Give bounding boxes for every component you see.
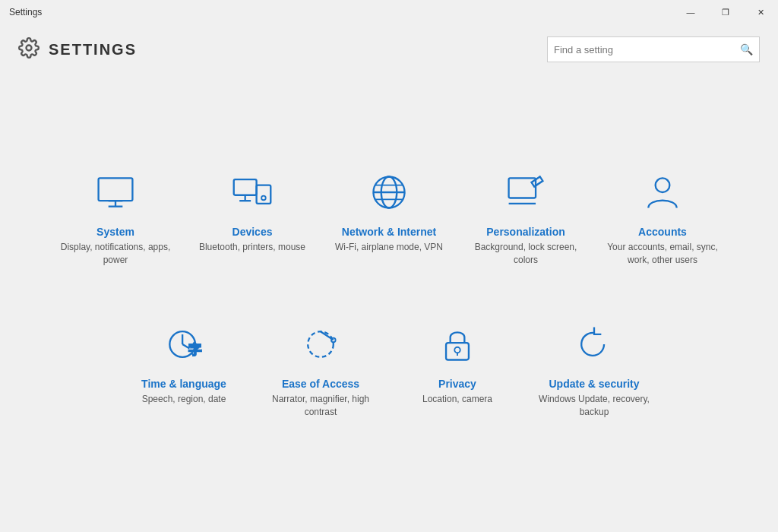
titlebar-title: Settings	[9, 7, 42, 17]
network-name: Network & Internet	[342, 226, 436, 238]
network-icon	[365, 168, 413, 217]
svg-point-22	[308, 331, 334, 357]
settings-row-0: SystemDisplay, notifications, apps, powe…	[46, 153, 732, 282]
svg-rect-25	[446, 343, 469, 359]
search-input[interactable]	[554, 44, 740, 55]
close-button[interactable]: ✕	[743, 0, 778, 24]
settings-item-personalization[interactable]: PersonalizationBackground, lock screen, …	[457, 153, 594, 282]
settings-item-devices[interactable]: DevicesBluetooth, printers, mouse	[184, 153, 321, 282]
ease-icon	[296, 320, 345, 369]
privacy-desc: Location, camera	[422, 393, 492, 406]
ease-desc: Narrator, magnifier, high contrast	[260, 393, 381, 419]
system-name: System	[96, 226, 134, 238]
devices-desc: Bluetooth, printers, mouse	[199, 241, 305, 254]
accounts-name: Accounts	[638, 226, 687, 238]
network-desc: Wi-Fi, airplane mode, VPN	[335, 241, 443, 254]
personalization-icon	[501, 168, 550, 217]
svg-point-26	[454, 347, 460, 353]
devices-icon	[228, 168, 277, 217]
devices-name: Devices	[232, 226, 273, 238]
time-name: Time & language	[141, 378, 226, 390]
svg-point-24	[331, 338, 336, 343]
privacy-name: Privacy	[438, 378, 476, 390]
system-desc: Display, notifications, apps, power	[55, 241, 176, 267]
titlebar-controls: — ❐ ✕	[673, 0, 778, 24]
page-title: SETTINGS	[49, 41, 137, 59]
settings-item-update[interactable]: Update & securityWindows Update, recover…	[526, 305, 663, 434]
settings-grid: SystemDisplay, notifications, apps, powe…	[0, 70, 778, 532]
search-icon: 🔍	[740, 43, 753, 55]
settings-item-network[interactable]: Network & InternetWi-Fi, airplane mode, …	[321, 153, 457, 282]
minimize-button[interactable]: —	[673, 0, 708, 24]
settings-item-accounts[interactable]: AccountsYour accounts, email, sync, work…	[594, 153, 731, 282]
svg-point-7	[261, 196, 266, 201]
update-desc: Windows Update, recovery, backup	[533, 393, 655, 419]
svg-rect-1	[99, 179, 133, 201]
settings-gear-icon	[18, 37, 40, 62]
settings-item-privacy[interactable]: PrivacyLocation, camera	[389, 305, 526, 434]
svg-rect-6	[257, 185, 271, 204]
privacy-icon	[433, 320, 482, 369]
settings-item-system[interactable]: SystemDisplay, notifications, apps, powe…	[47, 153, 184, 282]
time-icon: 字	[160, 320, 208, 369]
header-left: SETTINGS	[18, 37, 137, 62]
svg-text:字: 字	[188, 342, 202, 357]
app-container: SETTINGS 🔍 SystemDisplay, notifications,…	[0, 24, 778, 532]
accounts-icon	[638, 168, 687, 217]
titlebar: Settings — ❐ ✕	[0, 0, 778, 24]
svg-point-17	[656, 179, 670, 193]
svg-rect-5	[234, 180, 257, 196]
personalization-desc: Background, lock screen, colors	[465, 241, 587, 267]
settings-item-time[interactable]: 字 Time & languageSpeech, region, date	[115, 305, 252, 434]
update-icon	[570, 320, 618, 369]
header: SETTINGS 🔍	[0, 24, 778, 70]
restore-button[interactable]: ❐	[708, 0, 743, 24]
personalization-name: Personalization	[486, 226, 565, 238]
accounts-desc: Your accounts, email, sync, work, other …	[602, 241, 723, 267]
svg-rect-15	[509, 179, 536, 198]
svg-point-0	[27, 46, 32, 51]
update-name: Update & security	[549, 378, 639, 390]
ease-name: Ease of Access	[282, 378, 359, 390]
search-box[interactable]: 🔍	[547, 36, 760, 62]
settings-item-ease[interactable]: Ease of AccessNarrator, magnifier, high …	[252, 305, 389, 434]
system-icon	[91, 168, 140, 217]
settings-row-1: 字 Time & languageSpeech, region, date Ea…	[46, 305, 732, 434]
time-desc: Speech, region, date	[142, 393, 226, 406]
